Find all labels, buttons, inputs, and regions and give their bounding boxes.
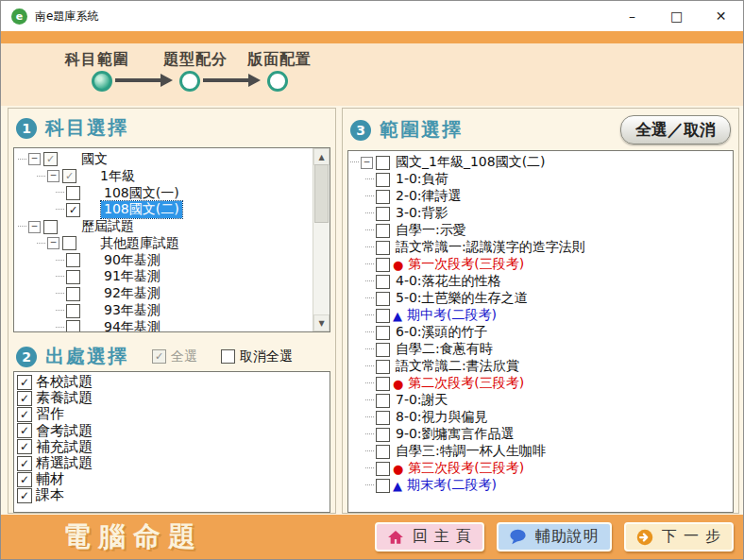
tree-row[interactable]: ▲期中考(二段考) xyxy=(348,307,733,324)
source-list-item[interactable]: ✓習作 xyxy=(14,406,330,422)
help-button[interactable]: 輔助說明 xyxy=(497,522,612,552)
tree-row[interactable]: 7-0:謝天 xyxy=(348,392,733,409)
subject-tree-listbox[interactable]: −✓國文−✓1年級108國文(一)✓108國文(二)−歷屆試題−其他題庫試題90… xyxy=(13,147,330,332)
tree-item-label[interactable]: 7-0:謝天 xyxy=(393,392,451,409)
tree-checkbox[interactable]: ✓ xyxy=(43,152,58,166)
source-listbox[interactable]: ✓各校試題✓素養試題✓習作✓會考試題✓補充試題✓精選試題✓輔材✓課本 xyxy=(13,371,330,513)
tree-item-label[interactable]: 108國文(二) xyxy=(101,201,182,218)
source-checkbox[interactable]: ✓ xyxy=(17,488,32,503)
tree-item-label[interactable]: 2-0:律詩選 xyxy=(393,188,465,205)
tree-row[interactable]: ●第二次段考(三段考) xyxy=(348,375,733,392)
maximize-button[interactable]: □ xyxy=(654,1,699,31)
tree-checkbox[interactable]: ✓ xyxy=(66,203,80,217)
source-list-item[interactable]: ✓補充試題 xyxy=(14,439,330,455)
source-checkbox[interactable]: ✓ xyxy=(17,472,32,487)
scroll-up-icon[interactable]: ▲ xyxy=(313,148,330,165)
next-step-button[interactable]: 下 一 步 xyxy=(624,522,734,552)
tree-expander-icon[interactable]: − xyxy=(47,170,59,182)
tree-checkbox[interactable] xyxy=(376,190,390,204)
tree-item-label[interactable]: 歷屆試題 xyxy=(78,218,137,235)
tree-checkbox[interactable] xyxy=(376,275,390,289)
tree-item-label[interactable]: 1-0:負荷 xyxy=(393,171,451,188)
tree-row[interactable]: −✓國文 xyxy=(14,151,330,168)
tree-row[interactable]: 4-0:落花生的性格 xyxy=(348,273,733,290)
tree-expander-icon[interactable]: − xyxy=(28,153,41,165)
tree-item-label[interactable]: 自學三:特調一杯人生咖啡 xyxy=(393,443,549,460)
tree-row[interactable]: 9-0:劉墉寓言作品選 xyxy=(348,426,733,443)
tree-checkbox[interactable] xyxy=(66,186,80,200)
scrollbar-thumb[interactable] xyxy=(314,164,329,223)
tree-checkbox[interactable] xyxy=(66,253,80,267)
tree-item-label[interactable]: 國文 xyxy=(78,151,110,168)
tree-row[interactable]: 自學三:特調一杯人生咖啡 xyxy=(348,443,733,460)
scope-tree-listbox[interactable]: −國文_1年級_108國文(二)1-0:負荷2-0:律詩選3-0:背影自學一:示… xyxy=(347,150,734,513)
tree-row[interactable]: −其他題庫試題 xyxy=(14,235,330,252)
tree-checkbox[interactable] xyxy=(376,156,390,170)
tree-expander-icon[interactable]: − xyxy=(28,221,41,233)
tree-item-label[interactable]: 93年基測 xyxy=(101,302,163,319)
tree-checkbox[interactable] xyxy=(376,224,390,238)
tree-item-label[interactable]: 第二次段考(三段考) xyxy=(405,375,527,392)
tree-expander-icon[interactable]: − xyxy=(361,157,373,169)
tree-checkbox[interactable] xyxy=(43,220,58,234)
tree-row[interactable]: ✓108國文(二) xyxy=(14,201,330,218)
tree-item-label[interactable]: 9-0:劉墉寓言作品選 xyxy=(393,426,517,443)
source-checkbox[interactable]: ✓ xyxy=(17,375,32,390)
tree-item-label[interactable]: 108國文(一) xyxy=(101,185,182,202)
tree-item-label[interactable]: 第一次段考(三段考) xyxy=(405,256,527,273)
tree-item-label[interactable]: 4-0:落花生的性格 xyxy=(393,273,504,290)
tree-row[interactable]: 93年基測 xyxy=(14,302,330,319)
tree-item-label[interactable]: 自學二:食蔥有時 xyxy=(393,341,496,358)
source-list-item[interactable]: ✓精選試題 xyxy=(14,455,330,471)
tree-checkbox[interactable] xyxy=(66,287,80,301)
tree-item-label[interactable]: 94年基測 xyxy=(101,319,163,332)
tree-checkbox[interactable] xyxy=(376,292,390,306)
tree-row[interactable]: 90年基測 xyxy=(14,252,330,269)
select-all-toggle-button[interactable]: 全選／取消 xyxy=(620,115,731,144)
tree-row[interactable]: ▲期末考(二段考) xyxy=(348,477,733,494)
tree-item-label[interactable]: 92年基測 xyxy=(101,285,163,302)
tree-checkbox[interactable] xyxy=(376,173,390,187)
select-all-checkbox[interactable]: ✓ 全選 xyxy=(152,348,197,365)
step-circle-3[interactable] xyxy=(267,71,288,92)
tree-item-label[interactable]: 91年基測 xyxy=(101,268,163,285)
tree-row[interactable]: 自學二:食蔥有時 xyxy=(348,341,733,358)
minimize-button[interactable]: – xyxy=(610,1,654,31)
source-checkbox[interactable]: ✓ xyxy=(17,456,32,471)
tree-row[interactable]: 92年基測 xyxy=(14,285,330,302)
tree-checkbox[interactable] xyxy=(376,462,390,476)
tree-row[interactable]: −✓1年級 xyxy=(14,168,330,185)
tree-row[interactable]: 8-0:視力與偏見 xyxy=(348,409,733,426)
tree-item-label[interactable]: 8-0:視力與偏見 xyxy=(393,409,491,426)
tree-item-label[interactable]: 6-0:溪頭的竹子 xyxy=(393,324,491,341)
tree-row[interactable]: 語文常識一:認識漢字的造字法則 xyxy=(348,239,733,256)
tree-checkbox[interactable] xyxy=(376,326,390,340)
tree-checkbox[interactable] xyxy=(376,479,390,493)
tree-row[interactable]: 3-0:背影 xyxy=(348,205,733,222)
tree-item-label[interactable]: 1年級 xyxy=(97,168,138,185)
tree-row[interactable]: 91年基測 xyxy=(14,269,330,286)
tree-row[interactable]: 語文常識二:書法欣賞 xyxy=(348,358,733,375)
source-checkbox[interactable]: ✓ xyxy=(17,407,32,422)
tree-item-label[interactable]: 第三次段考(三段考) xyxy=(405,460,527,477)
source-list-item[interactable]: ✓課本 xyxy=(14,487,330,503)
tree-row[interactable]: 自學一:示愛 xyxy=(348,222,733,239)
tree-item-label[interactable]: 5-0:土芭樂的生存之道 xyxy=(393,290,531,307)
tree-checkbox[interactable] xyxy=(376,411,390,425)
step-circle-2[interactable] xyxy=(179,71,200,92)
tree-checkbox[interactable] xyxy=(376,428,390,442)
tree-checkbox[interactable] xyxy=(62,236,76,250)
tree-item-label[interactable]: 90年基測 xyxy=(101,252,163,269)
source-list-item[interactable]: ✓會考試題 xyxy=(14,423,330,439)
tree-checkbox[interactable] xyxy=(376,445,390,459)
source-list-item[interactable]: ✓輔材 xyxy=(14,471,330,487)
tree-item-label[interactable]: 自學一:示愛 xyxy=(393,222,469,239)
step-circle-1-active[interactable] xyxy=(92,71,112,92)
scroll-down-icon[interactable]: ▼ xyxy=(313,314,330,331)
deselect-all-checkbox[interactable]: 取消全選 xyxy=(221,348,293,365)
tree-checkbox[interactable] xyxy=(376,258,390,272)
tree-row[interactable]: 94年基測 xyxy=(14,319,330,332)
source-list-item[interactable]: ✓素養試題 xyxy=(14,390,330,406)
tree-checkbox[interactable] xyxy=(376,309,390,323)
tree-row[interactable]: 5-0:土芭樂的生存之道 xyxy=(348,290,733,307)
